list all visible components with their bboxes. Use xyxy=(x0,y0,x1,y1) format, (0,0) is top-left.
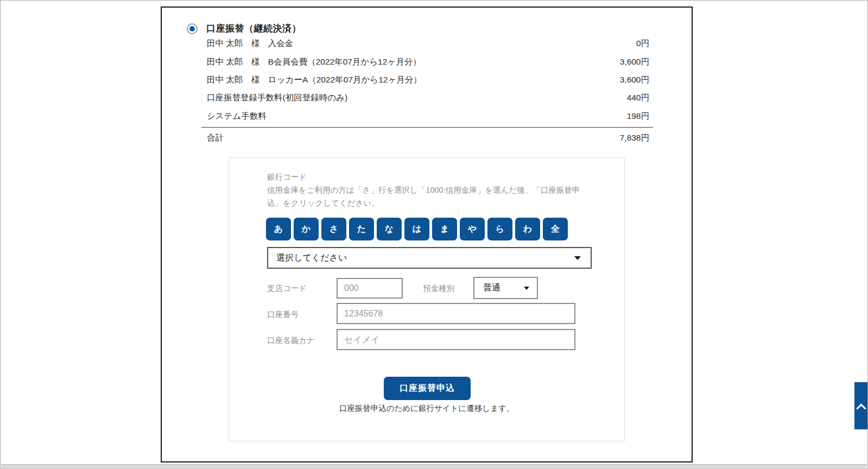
account-name-label: 口座名義カナ xyxy=(267,335,315,346)
fee-list: 田中 太郎 様 入会金 0円 田中 太郎 様 B会員会費（2022年07月から1… xyxy=(207,35,649,125)
bank-code-label: 銀行コード xyxy=(267,172,307,182)
fee-amount: 0円 xyxy=(636,38,649,49)
deposit-type-label: 預金種別 xyxy=(423,283,454,294)
kana-filter-button[interactable]: あ xyxy=(266,218,291,240)
kana-filter-button[interactable]: 全 xyxy=(543,218,568,240)
kana-filter-button[interactable]: は xyxy=(404,218,429,240)
payment-card: 口座振替（継続決済） 田中 太郎 様 入会金 0円 田中 太郎 様 B会員会費（… xyxy=(161,7,693,462)
fee-row: システム手数料 198円 xyxy=(207,107,649,125)
bank-select[interactable]: 選択してください xyxy=(267,247,592,269)
horizontal-scrollbar[interactable] xyxy=(1,464,867,468)
fee-row: 田中 太郎 様 ロッカーA（2022年07月から12ヶ月分） 3,600円 xyxy=(207,71,649,89)
kana-filter-button[interactable]: た xyxy=(349,218,374,240)
radio-dot xyxy=(189,26,195,31)
fee-label: 田中 太郎 様 B会員会費（2022年07月から12ヶ月分） xyxy=(207,56,421,68)
bank-instruction: 信用金庫をご利用の方は「さ」行を選択し「1000:信用金庫」を選んだ後、「口座振… xyxy=(267,184,587,210)
deposit-type-select[interactable]: 普通 xyxy=(473,277,538,299)
chevron-down-icon xyxy=(574,256,581,260)
branch-code-label: 支店コード xyxy=(267,283,307,294)
payment-method-title: 口座振替（継続決済） xyxy=(206,22,301,35)
deposit-type-value: 普通 xyxy=(483,282,500,294)
fee-row: 田中 太郎 様 B会員会費（2022年07月から12ヶ月分） 3,600円 xyxy=(207,53,649,71)
account-name-input[interactable] xyxy=(337,329,575,350)
chevron-down-icon xyxy=(524,287,529,290)
kana-filter-button[interactable]: ま xyxy=(432,218,457,240)
direct-debit-apply-button[interactable]: 口座振替申込 xyxy=(384,377,471,400)
fee-label: システム手数料 xyxy=(207,111,267,122)
total-label: 合計 xyxy=(207,132,224,144)
payment-method-row: 口座振替（継続決済） xyxy=(187,22,301,35)
bank-redirect-note: 口座振替申込のために銀行サイトに遷移します。 xyxy=(229,403,624,414)
fee-row: 口座振替登録手数料(初回登録時のみ) 440円 xyxy=(207,89,649,107)
page: 口座振替（継続決済） 田中 太郎 様 入会金 0円 田中 太郎 様 B会員会費（… xyxy=(0,0,868,469)
account-number-label: 口座番号 xyxy=(267,309,299,320)
fee-label: 田中 太郎 様 ロッカーA（2022年07月から12ヶ月分） xyxy=(207,74,422,86)
kana-filter-button[interactable]: さ xyxy=(321,218,346,240)
kana-filter-button[interactable]: な xyxy=(377,218,402,240)
total-row: 合計 7,838円 xyxy=(207,129,649,147)
kana-filter-button[interactable]: わ xyxy=(515,218,540,240)
fee-label: 田中 太郎 様 入会金 xyxy=(207,38,293,49)
chevron-up-icon xyxy=(856,403,866,413)
kana-filter-button[interactable]: や xyxy=(460,218,485,240)
total-divider xyxy=(201,127,653,128)
account-number-input[interactable] xyxy=(337,303,575,324)
branch-code-input[interactable] xyxy=(337,278,403,299)
kana-filter-button[interactable]: ら xyxy=(487,218,512,240)
total-amount: 7,838円 xyxy=(620,132,649,144)
kana-filter-button[interactable]: か xyxy=(294,218,319,240)
fee-row: 田中 太郎 様 入会金 0円 xyxy=(207,35,649,53)
back-to-top-button[interactable] xyxy=(854,382,868,429)
direct-debit-radio[interactable] xyxy=(187,23,198,34)
fee-amount: 440円 xyxy=(627,92,649,104)
kana-filter-row: あ か さ た な は ま や ら わ xyxy=(266,218,568,240)
bank-panel: 銀行コード 信用金庫をご利用の方は「さ」行を選択し「1000:信用金庫」を選んだ… xyxy=(229,157,625,441)
fee-amount: 198円 xyxy=(627,111,649,122)
fee-label: 口座振替登録手数料(初回登録時のみ) xyxy=(207,92,347,104)
bank-select-value: 選択してください xyxy=(276,252,347,264)
fee-amount: 3,600円 xyxy=(620,56,649,68)
fee-amount: 3,600円 xyxy=(620,74,649,86)
